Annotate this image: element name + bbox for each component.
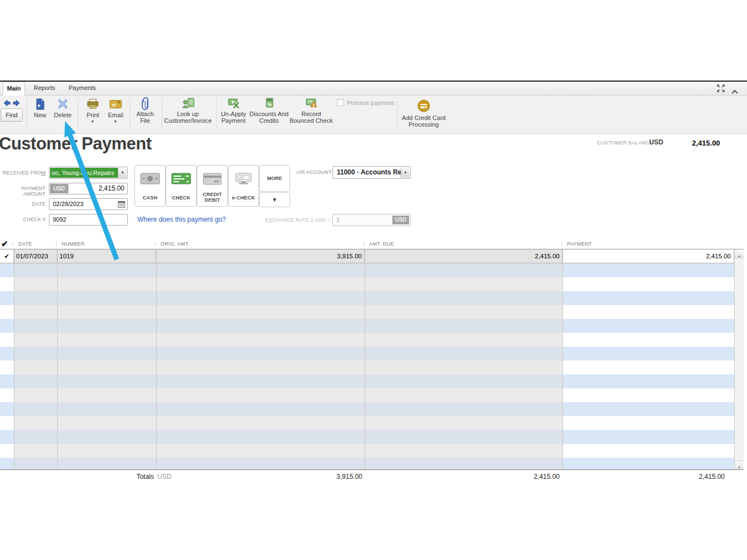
ar-account-dropdown[interactable]: 11000 · Accounts Re... ▼: [332, 166, 411, 179]
where-does-payment-go-link[interactable]: Where does this payment go?: [137, 216, 226, 223]
email-icon[interactable]: [109, 100, 122, 111]
process-payment-checkbox[interactable]: [337, 99, 344, 106]
row-amt-due-cell: 2,415.00: [365, 249, 562, 263]
grid-line: [562, 249, 563, 469]
column-header-number: NUMBER: [62, 241, 84, 247]
ar-account-label: A/R ACCOUNT: [296, 169, 332, 175]
credit-debit-label: CREDIT DEBIT: [197, 192, 227, 203]
caret-up-icon: ▲: [738, 254, 741, 258]
column-header-date: DATE: [18, 241, 32, 247]
new-button[interactable]: New: [29, 112, 51, 118]
received-from-label: RECEIVED FROM: [0, 170, 46, 176]
record-bounced-check-button[interactable]: Record Bounced Check: [285, 111, 338, 124]
received-from-combobox[interactable]: oo, Young-Kyu:Repairs ▼: [49, 167, 128, 179]
scrollbar-up-button[interactable]: ▲: [735, 249, 744, 258]
received-from-label-text: RECEIVED FRO: [2, 170, 41, 176]
tab-payments[interactable]: Payments: [66, 82, 99, 94]
expand-window-icon[interactable]: [717, 84, 725, 94]
payment-amount-value: 2,415.00: [98, 183, 124, 194]
forward-arrow-icon[interactable]: [13, 99, 21, 109]
email-dropdown-caret-icon[interactable]: ▼: [113, 119, 117, 123]
print-button[interactable]: Print: [81, 112, 104, 118]
check-method-button[interactable]: CHECK: [166, 165, 197, 207]
cash-icon: [140, 173, 160, 187]
received-from-value: oo, Young-Kyu:Repairs: [50, 168, 118, 178]
row-orig-amt-cell: 3,915.00: [156, 249, 365, 263]
find-button[interactable]: Find: [1, 108, 23, 122]
column-grip-icon: ⋮: [153, 241, 158, 246]
add-cc-label-1: Add Credit Card: [402, 114, 446, 121]
attach-file-button[interactable]: Attach File: [130, 111, 161, 124]
tab-reports[interactable]: Reports: [31, 82, 58, 94]
check-number-value: 9092: [53, 214, 66, 225]
page-title: Customer Payment: [0, 134, 152, 154]
bounced-label-1: Record: [301, 111, 321, 117]
credit-card-icon: [203, 173, 222, 187]
check-number-field[interactable]: 9092: [49, 214, 128, 226]
caret-down-icon: ▼: [738, 466, 741, 469]
column-header-amt-due: AMT. DUE: [369, 241, 394, 247]
delete-button[interactable]: Delete: [49, 112, 77, 118]
ar-account-value: 11000 · Accounts Re...: [337, 167, 407, 178]
grid-line: [156, 249, 157, 469]
echeck-icon: [235, 173, 252, 187]
row-date-cell: 01/07/2023: [14, 249, 57, 263]
lookup-customer-icon[interactable]: [182, 98, 195, 112]
more-methods-button[interactable]: MORE: [259, 165, 290, 192]
credit-debit-method-button[interactable]: CREDIT DEBIT: [197, 165, 228, 207]
row-number-cell: 1019: [57, 249, 156, 263]
add-credit-card-button[interactable]: Add Credit Card Processing: [392, 114, 456, 128]
caret-down-icon: ▼: [404, 171, 407, 174]
receive-payment-window: Main Reports Payments Find New Delete Pr…: [0, 0, 747, 560]
ar-account-dropdown-button[interactable]: ▼: [401, 167, 410, 178]
received-from-dropdown-button[interactable]: ▼: [118, 168, 127, 178]
lookup-customer-button[interactable]: Look up Customer/Invoice: [160, 111, 216, 124]
cash-method-button[interactable]: CASH: [135, 165, 166, 207]
discounts-credits-icon[interactable]: %: [263, 98, 276, 112]
column-grip-icon: ⋮: [361, 241, 366, 246]
print-dropdown-caret-icon[interactable]: ▼: [91, 119, 94, 123]
attach-file-label-1: Attach: [136, 111, 153, 117]
grid-line: [14, 249, 14, 469]
email-button[interactable]: Email: [104, 112, 127, 118]
customer-balance-currency: USD: [649, 138, 663, 146]
column-header-orig-amt: ORIG. AMT.: [161, 241, 190, 247]
row-payment-cell[interactable]: 2,415.00: [562, 249, 734, 263]
record-bounced-check-icon[interactable]: [306, 98, 318, 112]
check-method-icon: [171, 173, 191, 187]
delete-icon[interactable]: [57, 98, 69, 112]
collapse-ribbon-icon[interactable]: [731, 86, 738, 96]
date-label: DATE: [0, 201, 46, 207]
attach-file-label-2: File: [140, 117, 150, 124]
more-label: MORE: [260, 176, 290, 181]
column-header-payment: PAYMENT: [567, 241, 592, 247]
column-grip-icon: ⋮: [54, 241, 59, 246]
customer-balance-amount: 2,415.00: [692, 139, 720, 147]
echeck-method-button[interactable]: e-CHECK: [228, 165, 259, 207]
row-checkbox-cell[interactable]: ✔: [0, 249, 14, 263]
echeck-label: e-CHECK: [228, 195, 258, 201]
add-credit-card-icon[interactable]: [417, 99, 430, 114]
more-methods-expander[interactable]: ▼: [259, 192, 290, 207]
date-value: 02/28/2023: [53, 199, 83, 209]
unapply-payment-icon[interactable]: [228, 98, 240, 112]
attach-file-icon[interactable]: [141, 97, 150, 112]
scrollbar-down-button[interactable]: ▼: [735, 461, 744, 469]
print-icon[interactable]: [87, 99, 99, 111]
tab-main[interactable]: Main: [3, 82, 25, 96]
table-scrollbar[interactable]: ▲ ▼: [734, 249, 744, 469]
table-body-payment-column[interactable]: [562, 263, 734, 469]
totals-payment: 2,415.00: [640, 473, 725, 481]
column-grip-icon: ⋮: [10, 241, 15, 246]
check-label: CHECK: [166, 195, 196, 201]
back-arrow-icon[interactable]: [3, 99, 11, 109]
totals-currency: USD: [157, 473, 171, 481]
lookup-label-1: Look up: [177, 111, 198, 117]
totals-amt-due: 2,415.00: [475, 473, 560, 481]
payment-amount-field[interactable]: USD 2,415.00: [49, 183, 128, 194]
exchange-rate-field[interactable]: 1 USD: [332, 214, 411, 226]
new-icon[interactable]: [35, 98, 45, 112]
calendar-icon[interactable]: [118, 201, 125, 209]
unapply-label-2: Payment: [221, 117, 245, 124]
date-field[interactable]: 02/28/2023: [49, 198, 128, 210]
